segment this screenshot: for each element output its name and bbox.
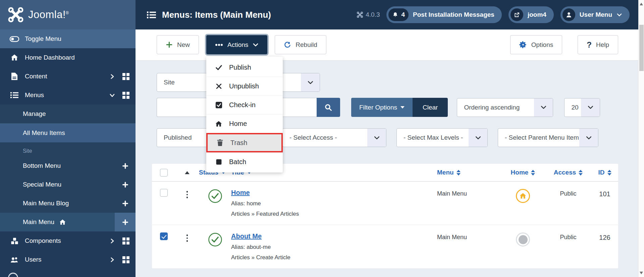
new-button[interactable]: New: [157, 35, 199, 54]
chevron-down-icon: [581, 98, 600, 117]
chevron-down-icon: [469, 129, 487, 147]
joomla-version: 4.0.3: [357, 11, 380, 18]
messages-count-badge: 4: [388, 8, 409, 21]
sidebar-item-content[interactable]: Content: [0, 67, 136, 86]
add-menu-item-button[interactable]: [115, 213, 136, 231]
access-filter-select[interactable]: - Select Access -: [282, 128, 386, 147]
drag-handle-icon[interactable]: [186, 189, 188, 198]
select-all-checkbox[interactable]: [160, 169, 168, 177]
messages-count: 4: [401, 11, 405, 18]
scrollbar-thumb[interactable]: [639, 25, 644, 71]
sidebar-item-home-dashboard[interactable]: Home Dashboard: [0, 48, 136, 67]
drag-handle-icon[interactable]: [186, 232, 188, 242]
ordering-select[interactable]: Ordering ascending: [457, 98, 553, 117]
x-icon: [214, 83, 223, 89]
dashboard-grid-icon[interactable]: [122, 92, 129, 99]
home-icon: [9, 54, 20, 62]
post-installation-messages-button[interactable]: 4 Post Installation Messages: [386, 6, 501, 23]
sidebar-item-toggle-menu[interactable]: Toggle Menu: [0, 29, 136, 48]
row-checkbox[interactable]: [160, 232, 168, 240]
row-checkbox[interactable]: [160, 189, 168, 197]
components-icon: [9, 237, 20, 245]
sidebar-item-main-menu[interactable]: Main Menu: [0, 213, 136, 231]
item-id: 101: [591, 188, 618, 198]
status-published-icon[interactable]: [208, 189, 222, 203]
sidebar-item-main-menu-blog[interactable]: Main Menu Blog: [0, 194, 136, 213]
dashboard-grid-icon[interactable]: [122, 73, 129, 80]
home-unset-icon[interactable]: [516, 232, 530, 247]
options-button[interactable]: Options: [510, 35, 562, 54]
rebuild-button[interactable]: Rebuild: [275, 35, 326, 54]
filter-options-button[interactable]: Filter Options: [351, 98, 413, 117]
chevron-right-icon: [109, 238, 115, 244]
home-column-header[interactable]: Home: [501, 169, 545, 176]
sidebar-section-site: Site: [0, 142, 136, 156]
scroll-down-arrow[interactable]: [640, 272, 643, 274]
sort-both-icon: [607, 170, 611, 176]
item-title-link[interactable]: About Me: [231, 232, 262, 240]
toggle-icon: [9, 35, 20, 43]
trash-icon: [216, 139, 224, 146]
clear-button[interactable]: Clear: [413, 98, 448, 117]
item-type-path: Articles » Featured Articles: [231, 211, 437, 217]
table-row: Home Alias: home Articles » Featured Art…: [152, 182, 618, 225]
joomla-logo-text: Joomla!®: [28, 9, 69, 21]
caret-down-icon: [400, 106, 405, 109]
check-icon: [214, 64, 223, 71]
toolbar: New Actions Publish: [136, 29, 638, 61]
menu-item-publish[interactable]: Publish: [206, 58, 283, 77]
menus-submenu: Manage All Menu Items Site Bottom Menu S…: [0, 105, 136, 231]
titlebar: Menus: Items (Main Menu) 4.0.3: [136, 0, 638, 29]
add-menu-item-button[interactable]: [115, 194, 136, 213]
user-icon: [562, 8, 575, 21]
menu-column-header[interactable]: Menu: [437, 169, 501, 176]
add-menu-item-button[interactable]: [115, 175, 136, 194]
joomla-logo-icon: [8, 7, 23, 22]
sidebar-item-manage[interactable]: Manage: [0, 105, 136, 123]
sort-asc-icon: [185, 171, 190, 174]
user-menu-button[interactable]: User Menu: [560, 6, 630, 23]
sidebar-item-bottom-menu[interactable]: Bottom Menu: [0, 156, 136, 175]
vertical-scrollbar[interactable]: [638, 0, 644, 277]
site-preview-button[interactable]: joom4: [508, 6, 554, 23]
sidebar-item-all-menu-items[interactable]: All Menu Items: [0, 124, 136, 142]
menu-item-batch[interactable]: Batch: [206, 152, 283, 171]
sort-both-icon: [531, 170, 535, 176]
joomla-version-icon: [357, 12, 363, 18]
add-menu-item-button[interactable]: [115, 156, 136, 175]
menu-items-table: Status Title Menu Home Access ID: [152, 164, 618, 268]
chevron-down-icon: [616, 12, 622, 18]
max-levels-filter-select[interactable]: - Select Max Levels -: [396, 128, 488, 147]
menu-item-home[interactable]: Home: [206, 114, 283, 133]
menu-item-trash[interactable]: Trash: [206, 133, 283, 152]
dashboard-grid-icon[interactable]: [122, 237, 129, 245]
list-limit-select[interactable]: 20: [564, 98, 600, 117]
home-icon: [214, 120, 223, 128]
joomla-logo: Joomla!®: [0, 0, 136, 29]
menu-item-checkin[interactable]: Check-in: [206, 95, 283, 114]
item-title-link[interactable]: Home: [231, 189, 250, 197]
main-content: New Actions Publish: [136, 29, 638, 277]
question-mark-icon: ?: [587, 40, 592, 50]
sidebar-item-components[interactable]: Components: [0, 231, 136, 250]
parent-menu-item-filter-select[interactable]: - Select Parent Menu Item -: [498, 128, 598, 147]
dashboard-grid-icon[interactable]: [122, 256, 129, 263]
home-set-icon[interactable]: [516, 189, 530, 203]
sidebar-item-menus[interactable]: Menus: [0, 86, 136, 105]
sidebar-item-users[interactable]: Users: [0, 250, 136, 269]
sidebar-item-special-menu[interactable]: Special Menu: [0, 175, 136, 194]
scroll-up-arrow[interactable]: [640, 3, 643, 5]
actions-wrap: Actions Publish Unpubl: [206, 35, 267, 54]
item-alias: Alias: home: [231, 200, 437, 207]
access-column-header[interactable]: Access: [545, 169, 591, 176]
status-published-icon[interactable]: [208, 232, 222, 247]
search-button[interactable]: [317, 98, 340, 117]
help-button[interactable]: ? Help: [578, 35, 618, 54]
checkbox-checked-icon: [214, 101, 223, 109]
id-column-header[interactable]: ID: [591, 169, 618, 176]
actions-button[interactable]: Actions: [206, 35, 267, 54]
menu-item-unpublish[interactable]: Unpublish: [206, 77, 283, 95]
actions-dropdown: Publish Unpublish: [206, 57, 283, 172]
ordering-sort-header[interactable]: [175, 171, 199, 174]
item-alias: Alias: about-me: [231, 244, 437, 251]
